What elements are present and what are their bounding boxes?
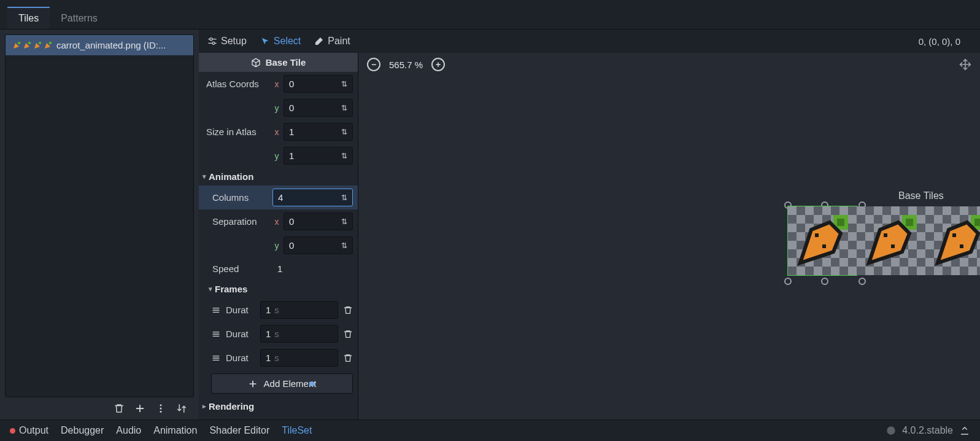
- source-panel: carrot_animated.png (ID:...: [0, 29, 199, 420]
- shader-editor-tab[interactable]: Shader Editor: [209, 425, 269, 436]
- debugger-tab[interactable]: Debugger: [61, 425, 104, 436]
- tab-patterns[interactable]: Patterns: [50, 7, 109, 29]
- paint-label: Paint: [328, 36, 350, 47]
- zoom-in-button[interactable]: +: [431, 58, 445, 71]
- svg-rect-15: [822, 244, 826, 248]
- columns-input[interactable]: 4⇅: [272, 189, 353, 206]
- spinner-icon[interactable]: ⇅: [341, 104, 347, 112]
- expand-icon[interactable]: [959, 425, 970, 436]
- delete-source-icon[interactable]: [113, 402, 125, 415]
- drag-handle-icon[interactable]: [211, 305, 221, 315]
- canvas-viewport[interactable]: Base Tiles Alternative Tiles: [358, 76, 980, 420]
- svg-rect-24: [952, 233, 956, 237]
- duration-input[interactable]: 1s: [260, 325, 338, 343]
- sort-icon[interactable]: [176, 402, 188, 415]
- drag-handle-icon[interactable]: [211, 329, 221, 339]
- x-axis-label: x: [272, 79, 281, 89]
- add-element-button[interactable]: Add Element: [211, 373, 353, 394]
- duration-input[interactable]: 1s: [260, 349, 338, 367]
- carrot-sprite: [862, 211, 920, 270]
- paint-mode-button[interactable]: Paint: [314, 36, 350, 47]
- atlas-coords-y-row: y 0⇅: [199, 96, 358, 120]
- select-icon: [260, 36, 270, 46]
- tile-inspector[interactable]: Base Tile Atlas Coords x 0⇅ y 0⇅: [199, 53, 358, 420]
- tileset-tab[interactable]: TileSet: [282, 425, 312, 436]
- svg-rect-5: [39, 42, 41, 44]
- delete-frame-icon[interactable]: [343, 353, 353, 363]
- separation-y-row: y 0⇅: [199, 233, 358, 257]
- atlas-coords-x-input[interactable]: 0⇅: [284, 75, 353, 93]
- duration-label: Durat: [226, 353, 255, 363]
- source-item[interactable]: carrot_animated.png (ID:...: [6, 35, 193, 55]
- zoom-out-button[interactable]: −: [367, 58, 380, 71]
- svg-rect-1: [18, 42, 20, 44]
- x-axis-label: x: [272, 217, 281, 227]
- resize-handle[interactable]: [784, 278, 792, 285]
- delete-frame-icon[interactable]: [343, 329, 353, 339]
- zoom-percent[interactable]: 565.7 %: [389, 60, 423, 70]
- frames-section[interactable]: ▾ Frames: [199, 280, 358, 298]
- godot-icon: [886, 426, 896, 435]
- output-tab[interactable]: Output: [10, 425, 48, 436]
- canvas-toolbar: − 565.7 % +: [358, 53, 980, 76]
- spinner-icon[interactable]: ⇅: [341, 241, 347, 250]
- atlas-coords-y-input[interactable]: 0⇅: [284, 99, 353, 117]
- rendering-section[interactable]: ▸ Rendering: [199, 397, 358, 415]
- cube-icon: [251, 58, 261, 68]
- resize-handle[interactable]: [858, 278, 866, 285]
- spinner-icon[interactable]: ⇅: [341, 152, 347, 160]
- duration-label: Durat: [226, 329, 255, 339]
- spinner-icon[interactable]: ⇅: [341, 217, 347, 226]
- tile-frame-1[interactable]: [857, 206, 925, 275]
- atlas-coords-x-row: Atlas Coords x 0⇅: [199, 72, 358, 96]
- speed-value[interactable]: 1: [272, 260, 353, 277]
- animation-section[interactable]: ▾ Animation: [199, 168, 358, 185]
- version-label: 4.0.2.stable: [886, 425, 970, 436]
- add-source-icon[interactable]: [134, 402, 146, 415]
- coords-display: 0, (0, 0), 0: [919, 36, 971, 47]
- svg-rect-7: [49, 42, 52, 44]
- svg-rect-22: [974, 219, 980, 226]
- drag-handle-icon[interactable]: [211, 353, 221, 363]
- source-filename: carrot_animated.png (ID:...: [56, 40, 166, 50]
- y-axis-label: y: [272, 103, 281, 113]
- source-list[interactable]: carrot_animated.png (ID:...: [5, 34, 194, 397]
- tile-frame-2[interactable]: [925, 206, 980, 275]
- speed-row: Speed 1: [199, 257, 358, 280]
- select-mode-button[interactable]: Select: [260, 36, 301, 47]
- spinner-icon[interactable]: ⇅: [341, 80, 347, 88]
- more-options-icon[interactable]: [155, 402, 167, 415]
- resize-handle[interactable]: [821, 278, 828, 285]
- svg-point-10: [160, 411, 162, 413]
- duration-input[interactable]: 1s: [260, 301, 338, 319]
- size-in-atlas-y-input[interactable]: 1⇅: [284, 147, 353, 165]
- setup-mode-button[interactable]: Setup: [207, 36, 247, 47]
- y-axis-label: y: [272, 241, 281, 251]
- y-axis-label: y: [272, 151, 281, 161]
- plus-icon: [248, 379, 258, 389]
- svg-point-28: [887, 426, 895, 434]
- source-toolbar: [5, 397, 194, 415]
- svg-rect-12: [837, 219, 844, 226]
- separation-label: Separation: [204, 216, 270, 227]
- speed-label: Speed: [204, 263, 270, 274]
- size-in-atlas-x-input[interactable]: 1⇅: [284, 123, 353, 141]
- setup-label: Setup: [221, 36, 247, 47]
- output-indicator-icon: [10, 428, 15, 434]
- animation-tab[interactable]: Animation: [153, 425, 197, 436]
- pan-icon[interactable]: [959, 58, 971, 71]
- svg-point-9: [160, 408, 162, 410]
- tab-tiles[interactable]: Tiles: [7, 7, 50, 29]
- duration-label: Durat: [226, 305, 255, 315]
- spinner-icon[interactable]: ⇅: [341, 193, 347, 202]
- audio-tab[interactable]: Audio: [116, 425, 141, 436]
- spinner-icon[interactable]: ⇅: [341, 128, 347, 136]
- tile-frame-0[interactable]: [788, 206, 857, 275]
- delete-frame-icon[interactable]: [343, 305, 353, 315]
- setup-icon: [207, 36, 217, 46]
- canvas-area[interactable]: − 565.7 % + Base Tiles Alternative Tiles: [358, 53, 980, 420]
- separation-x-input[interactable]: 0⇅: [284, 213, 353, 230]
- frame-row: Durat 1s: [199, 298, 358, 322]
- separation-y-input[interactable]: 0⇅: [284, 236, 353, 254]
- chevron-down-icon: ▾: [209, 285, 212, 293]
